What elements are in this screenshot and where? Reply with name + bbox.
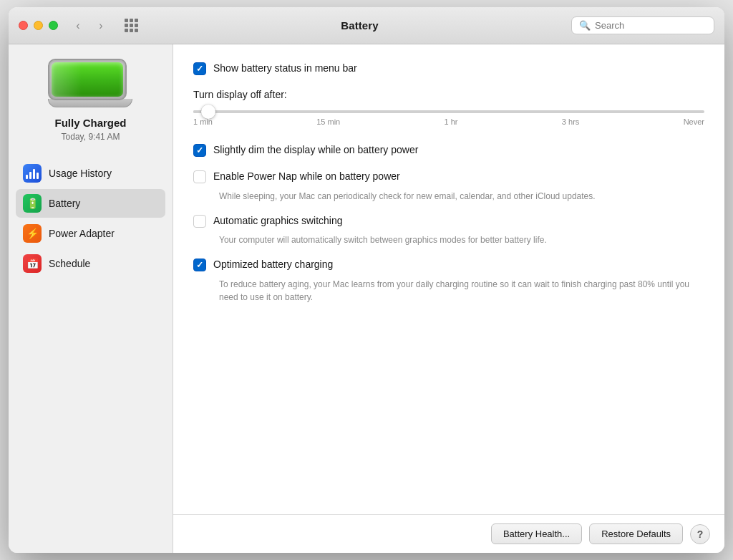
sidebar-items-list: Usage History 🔋 Battery ⚡ Power Adapter <box>9 159 173 279</box>
optimized-charging-label: Optimized battery charging <box>213 258 333 272</box>
slider-track <box>193 110 704 113</box>
settings-list: Show battery status in menu bar Turn dis… <box>193 62 704 497</box>
optimized-charging-description: To reduce battery aging, your Mac learns… <box>219 278 704 304</box>
sidebar-item-power-adapter[interactable]: ⚡ Power Adapter <box>16 219 165 248</box>
slider-label-3hrs: 3 hrs <box>562 117 579 126</box>
dim-display-label: Slightly dim the display while on batter… <box>213 143 418 158</box>
sidebar-item-schedule[interactable]: 📅 Schedule <box>16 249 165 278</box>
battery-time-label: Today, 9:41 AM <box>62 132 120 142</box>
dim-display-row: Slightly dim the display while on batter… <box>193 143 704 158</box>
sidebar: Fully Charged Today, 9:41 AM Usage Histo… <box>9 44 173 553</box>
auto-graphics-checkbox-wrapper[interactable] <box>193 215 206 228</box>
close-button[interactable] <box>19 21 28 30</box>
window-title: Battery <box>148 19 571 32</box>
sidebar-item-usage-history[interactable]: Usage History <box>16 159 165 188</box>
help-button[interactable]: ? <box>690 524 710 544</box>
schedule-icon: 📅 <box>23 254 42 273</box>
battery-label: Battery <box>49 198 80 209</box>
battery-sheen <box>52 62 82 97</box>
auto-graphics-description: Your computer will automatically switch … <box>219 233 704 246</box>
schedule-label: Schedule <box>49 258 90 269</box>
power-adapter-label: Power Adapter <box>49 228 115 239</box>
grid-icon <box>125 19 138 32</box>
minimize-button[interactable] <box>34 21 43 30</box>
back-button[interactable]: ‹ <box>68 16 88 36</box>
power-nap-checkbox[interactable] <box>193 170 206 183</box>
battery-icon-image <box>48 59 134 105</box>
auto-graphics-checkbox[interactable] <box>193 215 206 228</box>
slider-label-15min: 15 min <box>316 117 340 126</box>
dim-display-checkbox[interactable] <box>193 144 206 157</box>
slider-thumb[interactable] <box>201 105 215 119</box>
search-icon: 🔍 <box>579 20 591 31</box>
show-battery-checkbox[interactable] <box>193 62 206 75</box>
auto-graphics-row: Automatic graphics switching <box>193 214 704 228</box>
optimized-charging-row: Optimized battery charging <box>193 258 704 272</box>
display-off-section: Turn display off after: 1 min 15 min 1 h… <box>193 89 704 129</box>
show-battery-checkbox-wrapper[interactable] <box>193 62 206 75</box>
power-nap-label: Enable Power Nap while on battery power <box>213 170 400 184</box>
search-input[interactable] <box>595 20 707 31</box>
nav-buttons: ‹ › <box>68 16 111 36</box>
sidebar-item-battery[interactable]: 🔋 Battery <box>16 189 165 218</box>
battery-sidebar-icon: 🔋 <box>23 194 42 213</box>
main-content: Fully Charged Today, 9:41 AM Usage Histo… <box>9 44 724 553</box>
dim-display-checkbox-wrapper[interactable] <box>193 144 206 157</box>
display-off-slider-container: 1 min 15 min 1 hr 3 hrs Never <box>193 107 704 129</box>
forward-button[interactable]: › <box>91 16 111 36</box>
apps-grid-button[interactable] <box>121 16 141 36</box>
lightning-icon: ⚡ <box>26 228 39 239</box>
usage-history-label: Usage History <box>49 168 112 179</box>
display-off-title: Turn display off after: <box>193 89 704 100</box>
usage-history-icon <box>23 164 42 183</box>
calendar-icon: 📅 <box>26 258 39 269</box>
system-preferences-window: ‹ › Battery 🔍 <box>9 7 724 553</box>
bars-icon <box>26 168 39 179</box>
bottom-bar: Battery Health... Restore Defaults ? <box>173 514 724 553</box>
settings-content: Show battery status in menu bar Turn dis… <box>173 44 724 514</box>
auto-graphics-label: Automatic graphics switching <box>213 214 343 228</box>
show-battery-label: Show battery status in menu bar <box>213 62 357 76</box>
maximize-button[interactable] <box>49 21 58 30</box>
slider-labels: 1 min 15 min 1 hr 3 hrs Never <box>193 117 704 126</box>
optimized-charging-checkbox[interactable] <box>193 259 206 271</box>
slider-label-never: Never <box>684 117 704 126</box>
power-nap-checkbox-wrapper[interactable] <box>193 170 206 183</box>
traffic-lights <box>19 21 58 30</box>
battery-status-label: Fully Charged <box>54 117 126 129</box>
slider-label-1hr: 1 hr <box>445 117 458 126</box>
search-bar[interactable]: 🔍 <box>571 16 714 34</box>
battery-health-button[interactable]: Battery Health... <box>491 523 582 544</box>
power-nap-row: Enable Power Nap while on battery power <box>193 170 704 184</box>
power-adapter-icon: ⚡ <box>23 224 42 243</box>
restore-defaults-button[interactable]: Restore Defaults <box>589 523 683 544</box>
battery-body <box>48 59 127 100</box>
titlebar: ‹ › Battery 🔍 <box>9 7 724 44</box>
power-nap-description: While sleeping, your Mac can periodicall… <box>219 190 704 203</box>
battery-emoji-icon: 🔋 <box>26 198 39 209</box>
optimized-charging-checkbox-wrapper[interactable] <box>193 259 206 271</box>
show-battery-row: Show battery status in menu bar <box>193 62 704 76</box>
